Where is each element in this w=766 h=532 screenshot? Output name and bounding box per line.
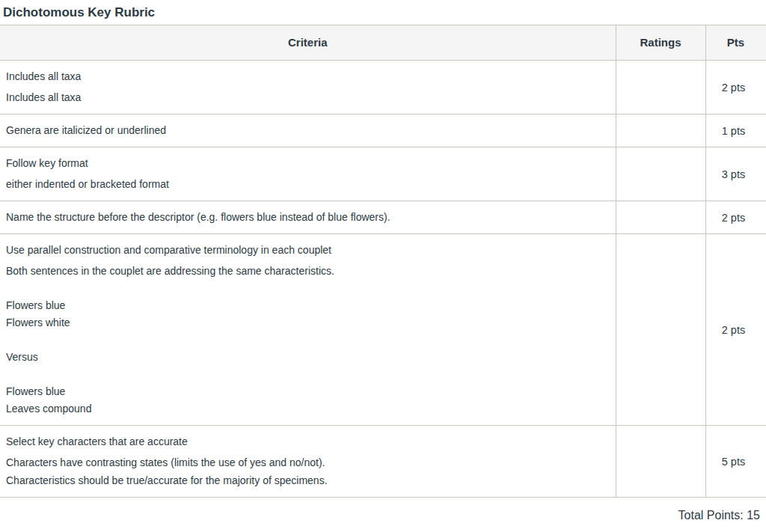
criterion-description-cell: Use parallel construction and comparativ… <box>0 234 616 426</box>
ratings-cell <box>616 234 705 426</box>
example-line: Versus <box>6 349 610 366</box>
pts-column-header: Pts <box>705 25 766 61</box>
example-line: Flowers blue <box>6 297 610 314</box>
criterion-row-4: Name the structure before the descriptor… <box>0 201 766 234</box>
criterion-long-description: Both sentences in the couplet are addres… <box>6 263 610 280</box>
example-line: Flowers white <box>6 314 610 331</box>
criterion-text: Includes all taxa <box>6 68 610 85</box>
criterion-row-3: Follow key format either indented or bra… <box>0 147 766 201</box>
rubric-header-row: Criteria Ratings Pts <box>0 25 766 61</box>
ratings-cell <box>616 147 705 201</box>
ratings-column-header: Ratings <box>616 25 705 61</box>
criterion-text: Genera are italicized or underlined <box>6 122 610 139</box>
example-line: Flowers blue <box>6 383 610 400</box>
criterion-long-description: Characters have contrasting states (limi… <box>6 454 610 471</box>
ratings-cell <box>616 114 705 147</box>
ratings-cell <box>616 426 705 498</box>
criterion-long-description: Includes all taxa <box>6 89 610 106</box>
pts-value: 2 pts <box>705 234 766 426</box>
pts-value: 1 pts <box>705 114 766 147</box>
criterion-text: Name the structure before the descriptor… <box>6 209 610 226</box>
ratings-cell <box>616 61 705 114</box>
criterion-description-cell: Follow key format either indented or bra… <box>0 147 616 201</box>
criterion-long-description: either indented or bracketed format <box>6 176 610 193</box>
rubric-table: Criteria Ratings Pts Includes all taxa I… <box>0 25 766 498</box>
pts-value: 2 pts <box>705 61 766 114</box>
criteria-column-header: Criteria <box>0 25 616 61</box>
pts-value: 2 pts <box>705 201 766 234</box>
criterion-description-cell: Name the structure before the descriptor… <box>0 201 616 234</box>
criterion-row-6: Select key characters that are accurate … <box>0 426 766 498</box>
example-line: Leaves compound <box>6 400 610 418</box>
criterion-description-cell: Select key characters that are accurate … <box>0 426 616 498</box>
ratings-cell <box>616 201 705 234</box>
criterion-row-1: Includes all taxa Includes all taxa 2 pt… <box>0 61 766 114</box>
total-points: Total Points: 15 <box>0 498 766 524</box>
criterion-text: Follow key format <box>6 155 610 172</box>
criterion-row-5: Use parallel construction and comparativ… <box>0 234 766 426</box>
pts-value: 5 pts <box>705 426 766 498</box>
criterion-description-cell: Genera are italicized or underlined <box>0 114 616 147</box>
criterion-long-description: Characteristics should be true/accurate … <box>6 472 610 489</box>
rubric-page: Dichotomous Key Rubric Criteria Ratings … <box>0 0 766 524</box>
pts-value: 3 pts <box>705 147 766 201</box>
criterion-row-2: Genera are italicized or underlined 1 pt… <box>0 114 766 147</box>
criterion-description-cell: Includes all taxa Includes all taxa <box>0 61 616 114</box>
criterion-text: Select key characters that are accurate <box>6 433 610 450</box>
rubric-title: Dichotomous Key Rubric <box>0 0 766 25</box>
criterion-text: Use parallel construction and comparativ… <box>6 242 610 259</box>
